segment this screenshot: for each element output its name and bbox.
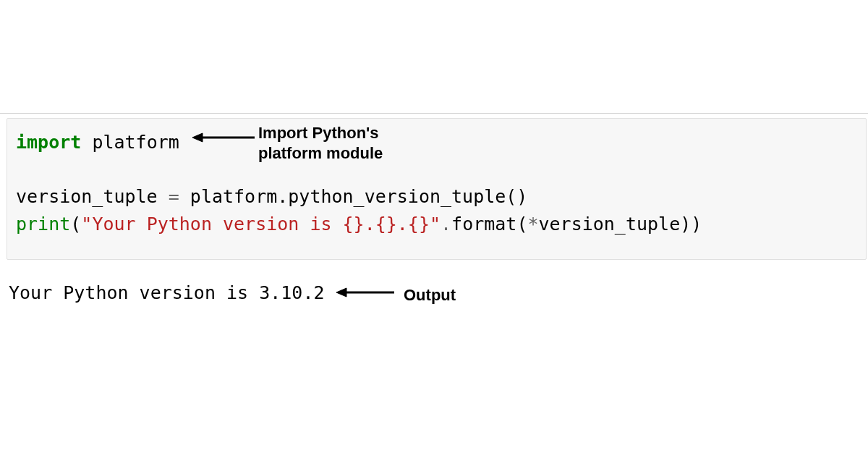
method-format: format( (451, 214, 527, 235)
arg-tail: version_tuple)) (539, 214, 702, 235)
builtin-print: print (16, 214, 70, 235)
annotation-output: Output (404, 285, 456, 305)
svg-marker-3 (336, 288, 346, 297)
svg-marker-1 (192, 133, 203, 142)
code-space (81, 132, 92, 153)
string-literal: "Your Python version is {}.{}.{}" (81, 214, 441, 235)
module-name: platform (92, 132, 179, 153)
arrow-import (192, 132, 256, 143)
dot-op: . (441, 214, 451, 235)
star-op: * (527, 214, 538, 235)
operator-eq: = (158, 186, 190, 207)
annotation-import: Import Python'splatform module (258, 123, 383, 163)
keyword-import: import (16, 132, 81, 153)
top-divider (0, 113, 868, 114)
paren-open: ( (70, 214, 81, 235)
output-text: Your Python version is 3.10.2 (9, 282, 325, 303)
rhs-call: platform.python_version_tuple() (190, 186, 528, 207)
code-block: import platform version_tuple = platform… (7, 118, 867, 260)
arrow-output (336, 287, 396, 297)
var-name: version_tuple (16, 186, 158, 207)
